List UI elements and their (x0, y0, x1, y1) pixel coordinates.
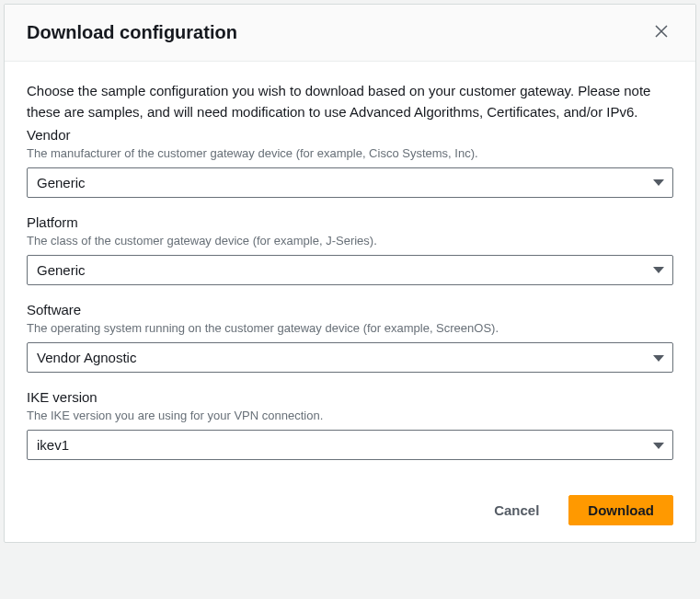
vendor-field: Vendor The manufacturer of the customer … (27, 127, 673, 198)
close-button[interactable] (649, 19, 673, 46)
ike-select-value: ikev1 (37, 437, 69, 453)
platform-label: Platform (27, 214, 673, 230)
software-help: The operating system running on the cust… (27, 320, 673, 337)
modal-header: Download configuration (5, 5, 695, 62)
download-configuration-modal: Download configuration Choose the sample… (4, 4, 696, 543)
platform-field: Platform The class of the customer gatew… (27, 214, 673, 285)
cancel-button[interactable]: Cancel (476, 496, 557, 524)
close-icon (653, 23, 670, 42)
software-label: Software (27, 302, 673, 317)
ike-label: IKE version (27, 389, 673, 405)
platform-select-wrap: Generic (27, 255, 673, 285)
vendor-help: The manufacturer of the customer gateway… (27, 145, 673, 162)
vendor-label: Vendor (27, 127, 673, 143)
software-select-value: Vendor Agnostic (37, 350, 136, 365)
vendor-select[interactable]: Generic (27, 167, 673, 198)
vendor-select-value: Generic (37, 175, 86, 190)
software-select-wrap: Vendor Agnostic (27, 342, 673, 373)
ike-select-wrap: ikev1 (27, 430, 673, 460)
platform-select-value: Generic (37, 262, 86, 278)
modal-footer: Cancel Download (5, 482, 695, 542)
platform-select[interactable]: Generic (27, 255, 673, 285)
ike-help: The IKE version you are using for your V… (27, 408, 673, 424)
software-select[interactable]: Vendor Agnostic (27, 342, 673, 373)
intro-text: Choose the sample configuration you wish… (27, 80, 673, 123)
modal-body: Choose the sample configuration you wish… (5, 62, 695, 482)
platform-help: The class of the customer gateway device… (27, 233, 673, 249)
ike-field: IKE version The IKE version you are usin… (27, 389, 673, 460)
ike-select[interactable]: ikev1 (27, 430, 673, 460)
modal-title: Download configuration (27, 22, 237, 43)
vendor-select-wrap: Generic (27, 167, 673, 198)
download-button[interactable]: Download (568, 495, 673, 525)
software-field: Software The operating system running on… (27, 302, 673, 373)
